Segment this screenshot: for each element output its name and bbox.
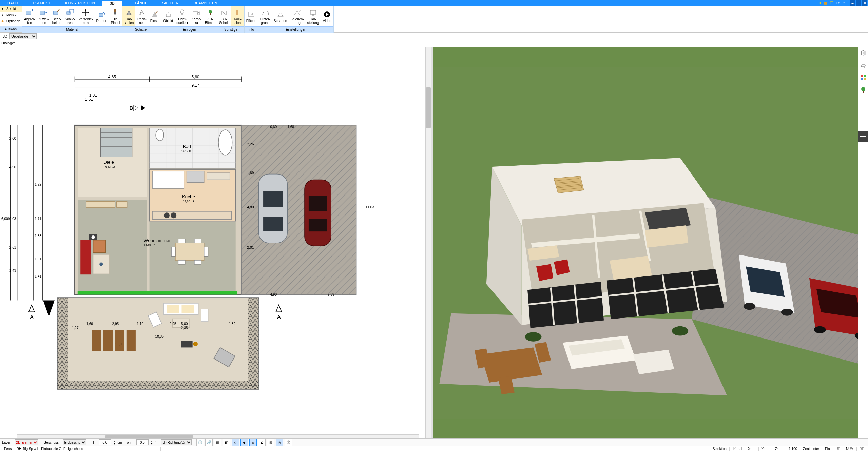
ribbon-label-sonstige: Sonstige <box>217 26 244 33</box>
view-mode-label: 3D <box>3 34 7 38</box>
abgreifen-button[interactable]: Abgrei- fen <box>22 6 37 26</box>
pinsel-button[interactable]: Pinsel <box>148 6 161 26</box>
hintergrund-button[interactable]: Hinter- grund <box>258 6 272 26</box>
svg-point-12 <box>209 10 212 13</box>
svg-rect-13 <box>210 13 211 15</box>
menu-tab-sichten[interactable]: SICHTEN <box>155 0 186 6</box>
lichtquelle-button[interactable]: Licht- quelle ▾ <box>175 6 190 26</box>
view-dropdown-row: 3D Urgelände <box>0 33 868 40</box>
darstellen-button[interactable]: Dar- stellen <box>122 6 135 26</box>
svg-rect-0 <box>26 11 31 14</box>
maximize-button[interactable]: ☐ <box>856 0 861 6</box>
drehen-button[interactable]: Drehen <box>95 6 109 26</box>
flaeche-button[interactable]: m²Fläche <box>245 6 258 26</box>
hinpinsel-button[interactable]: Hin. Pinsel <box>109 6 122 26</box>
ribbon-group-material: Abgrei- fen Zuwei- sen Bear- beiten Skal… <box>22 6 122 33</box>
menu-tab-3d[interactable]: 3D <box>102 0 122 6</box>
selekt-button[interactable]: ➤Selekt <box>0 6 22 12</box>
skalieren-button[interactable]: Skalie- ren <box>63 6 77 26</box>
zuweisen-button[interactable]: Zuwei- sen <box>37 6 50 26</box>
kollision-button[interactable]: Kolli- sion <box>231 6 244 26</box>
svg-rect-20 <box>310 10 316 14</box>
schnitt3d-button[interactable]: 3D- Schnitt <box>217 6 231 26</box>
ribbon-group-einstellungen: Hinter- grund Schatten Beleuch- tung Dar… <box>258 6 334 33</box>
minimize-button[interactable]: ‒ <box>850 0 855 6</box>
mark-button[interactable]: ✦Mark. ▾ <box>0 12 22 18</box>
bitmap3d-button[interactable]: 3D- Bitmap <box>203 6 217 26</box>
titlebar-help-icon[interactable]: ? <box>841 0 847 6</box>
menu-tab-bearbeiten[interactable]: BEARBEITEN <box>186 0 225 6</box>
svg-rect-7 <box>128 12 130 15</box>
beleuchtung-button[interactable]: Beleuch- tung <box>289 6 305 26</box>
svg-rect-21 <box>312 14 314 15</box>
svg-rect-11 <box>193 12 198 15</box>
svg-text:m²: m² <box>250 13 253 16</box>
menu-tab-gelaende[interactable]: GELÄNDE <box>122 0 155 6</box>
svg-rect-16 <box>236 12 238 15</box>
ribbon-label-einstellungen: Einstellungen <box>258 26 333 33</box>
darstellung-button[interactable]: Dar- stellung <box>306 6 321 26</box>
svg-point-10 <box>180 10 184 13</box>
objekt-button[interactable]: Objekt <box>161 6 175 26</box>
ribbon-left-tools: ➤Selekt ✦Mark. ▾ ✚Optionen Auswahl <box>0 6 22 32</box>
ribbon: ➤Selekt ✦Mark. ▾ ✚Optionen Auswahl Abgre… <box>0 6 868 33</box>
ribbon-label-material: Material <box>22 26 122 33</box>
video-button[interactable]: Video <box>321 6 333 26</box>
svg-point-19 <box>298 9 300 11</box>
svg-rect-5 <box>99 13 103 17</box>
titlebar-icon-1[interactable]: ✕ <box>817 0 822 6</box>
close-button[interactable]: ✕ <box>862 0 867 6</box>
terrain-select[interactable]: Urgelände <box>9 33 37 39</box>
ribbon-left-label: Auswahl <box>0 26 22 32</box>
menu-tab-datei[interactable]: DATEI <box>0 0 26 6</box>
ribbon-label-schatten: Schatten <box>122 26 161 33</box>
schatten-button[interactable]: Schatten <box>272 6 289 26</box>
titlebar-icon-3[interactable]: ❐ <box>829 0 834 6</box>
menu-tab-projekt[interactable]: PROJEKT <box>26 0 58 6</box>
optionen-button[interactable]: ✚Optionen <box>0 18 22 24</box>
menubar: DATEI PROJEKT KONSTRUKTION 3D GELÄNDE SI… <box>0 0 868 6</box>
ribbon-label-info: Info <box>245 26 258 33</box>
titlebar-icon-4[interactable]: ⟳ <box>835 0 841 6</box>
ribbon-group-einfuegen: Objekt Licht- quelle ▾ Kame- ra 3D- Bitm… <box>161 6 217 33</box>
svg-rect-8 <box>140 12 143 15</box>
titlebar-right: ✕ ▦ ❐ ⟳ ? ‒ ☐ ✕ <box>817 0 867 6</box>
rechnen-button[interactable]: Rech- nen <box>135 6 148 26</box>
ribbon-label-einfuegen: Einfügen <box>161 26 217 33</box>
menu-tab-konstruktion[interactable]: KONSTRUKTION <box>58 0 102 6</box>
ribbon-group-info: m²Fläche Info <box>245 6 258 33</box>
kamera-button[interactable]: Kame- ra <box>190 6 203 26</box>
dialog-row: Dialoge: <box>0 40 868 46</box>
svg-rect-9 <box>166 14 170 17</box>
ribbon-group-sonstige: 3D- Schnitt Kolli- sion Sonstige <box>217 6 245 33</box>
svg-rect-1 <box>40 11 45 14</box>
bearbeiten-button[interactable]: Bear- beiten <box>50 6 63 26</box>
ribbon-group-schatten: Dar- stellen Rech- nen Pinsel Schatten <box>122 6 161 33</box>
titlebar-icon-2[interactable]: ▦ <box>823 0 828 6</box>
svg-rect-6 <box>114 9 116 12</box>
verschieben-button[interactable]: Verschie- ben <box>77 6 95 26</box>
